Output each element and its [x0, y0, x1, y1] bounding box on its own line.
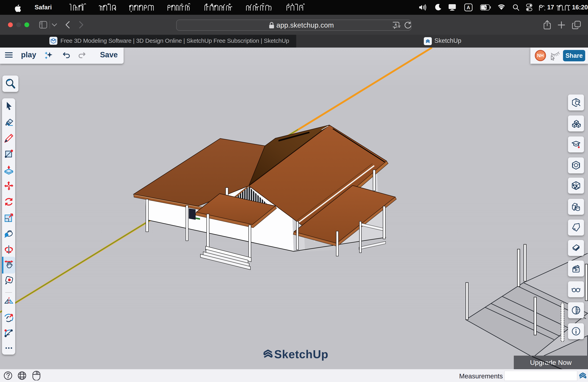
svg-text:SketchUp: SketchUp [274, 348, 328, 361]
svg-text:A: A [467, 5, 470, 10]
svg-text:A: A [395, 23, 397, 26]
svg-text:Upgrade Now: Upgrade Now [530, 359, 572, 366]
